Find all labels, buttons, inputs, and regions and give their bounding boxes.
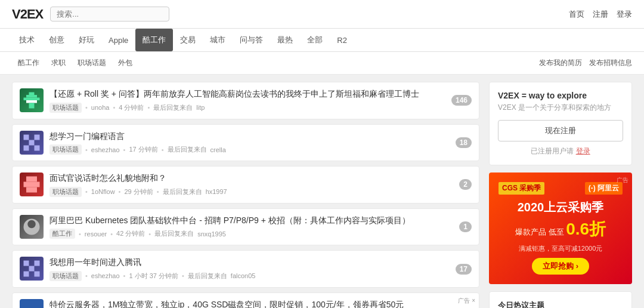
post-last-reply[interactable]: falcon05 <box>231 272 256 279</box>
post-job-btn[interactable]: 发布招聘信息 <box>589 58 632 68</box>
ad-header: CGS 采购季 (-) 阿里云 <box>499 182 623 195</box>
avatar <box>20 131 44 155</box>
svg-rect-11 <box>24 182 40 187</box>
svg-rect-2 <box>24 98 40 101</box>
post-title[interactable]: 面试官说话时怎么礼貌地附和？ <box>49 173 472 184</box>
tab-city[interactable]: 城市 <box>203 29 233 51</box>
header-right: 首页 注册 登录 <box>569 9 632 20</box>
post-last-reply[interactable]: hx1997 <box>206 188 227 195</box>
subtab-jobs[interactable]: 酷工作 <box>12 56 45 70</box>
sidebar-brand-subtitle: V2EX 是一个关于分享和探索的地方 <box>498 103 623 113</box>
header: V2EX 首页 注册 登录 <box>0 0 644 29</box>
sidebar: V2EX = way to explore V2EX 是一个关于分享和探索的地方… <box>489 82 632 308</box>
nav-register-link[interactable]: 注册 <box>593 9 608 20</box>
post-title[interactable]: 阿里巴巴 Kubernetes 团队基础软件中台 - 招聘 P7/P8/P9 +… <box>49 215 472 227</box>
post-resume-btn[interactable]: 发布我的简历 <box>539 58 582 68</box>
tab-apple[interactable]: Apple <box>101 30 135 51</box>
post-meta: 酷工作 • resouer • 42 分钟前 • 最后回复来自 snxq1995 <box>49 229 472 239</box>
post-time: 29 分钟前 <box>124 187 153 196</box>
pixel-avatar-icon <box>21 174 42 195</box>
post-meta: 职场话题 • eshezhao • 1 小时 37 分钟前 • 最后回复来自 f… <box>49 271 472 281</box>
tab-jobs[interactable]: 酷工作 <box>135 29 173 51</box>
pixel-avatar-icon <box>21 132 42 153</box>
nav-home-link[interactable]: 首页 <box>569 9 584 20</box>
post-author[interactable]: 1oNflow <box>91 188 115 195</box>
post-author[interactable]: resouer <box>85 230 107 238</box>
avatar <box>20 173 44 196</box>
post-author[interactable]: eshezhao <box>91 272 120 279</box>
sub-tabs-right: 发布我的简历 发布招聘信息 <box>539 58 632 68</box>
tab-r2[interactable]: R2 <box>330 30 354 51</box>
ad-headline: 爆款产品 低至 0.6折 <box>499 218 623 241</box>
post-item: 面试官说话时怎么礼貌地附和？ 职场话题 • 1oNflow • 29 分钟前 •… <box>12 166 479 204</box>
ad-year: 2020上云采购季 <box>499 199 623 215</box>
subtab-hiring[interactable]: 求职 <box>45 56 72 70</box>
post-item: 【还愿 + Roll 奖 + 问答】两年前放弃人工智能高薪岗位去读书的我终于申上… <box>12 82 479 119</box>
svg-rect-10 <box>26 177 37 182</box>
tab-fun[interactable]: 好玩 <box>72 29 101 51</box>
pixel-avatar-icon <box>21 90 42 111</box>
post-tag[interactable]: 酷工作 <box>49 229 75 239</box>
post-title[interactable]: 特价云服务器，1M独立带宽，独立ip，40G SSD磁盘空间，限时促销，100元… <box>49 299 472 308</box>
svg-rect-17 <box>29 266 35 272</box>
tab-qa[interactable]: 问与答 <box>233 29 270 51</box>
post-author[interactable]: eshezhao <box>91 146 120 153</box>
post-last-reply-label: 最后回复来自 <box>168 145 207 154</box>
svg-rect-9 <box>35 145 40 150</box>
sidebar-brand-card: V2EX = way to explore V2EX 是一个关于分享和探索的地方… <box>489 82 632 165</box>
ad-tag1: CGS 采购季 <box>499 182 544 195</box>
post-meta: 职场话题 • 1oNflow • 29 分钟前 • 最后回复来自 hx1997 <box>49 187 472 197</box>
reply-count-badge: 2 <box>459 179 472 190</box>
tab-hot[interactable]: 最热 <box>270 29 300 51</box>
post-item: 我想用一年时间进入腾讯 职场话题 • eshezhao • 1 小时 37 分钟… <box>12 250 479 288</box>
post-item: 阿里巴巴 Kubernetes 团队基础软件中台 - 招聘 P7/P8/P9 +… <box>12 208 479 246</box>
reply-count-badge: 146 <box>451 95 472 106</box>
ad-post-item: UCLOUD 特价云服务器，1M独立带宽，独立ip，40G SSD磁盘空间，限时… <box>12 292 479 308</box>
pixel-avatar-icon <box>21 258 42 279</box>
content-area: 【还愿 + Roll 奖 + 问答】两年前放弃人工智能高薪岗位去读书的我终于申上… <box>12 82 479 308</box>
post-last-reply-label: 最后回复来自 <box>163 187 202 196</box>
post-last-reply-label: 最后回复来自 <box>188 272 227 281</box>
post-title[interactable]: 【还愿 + Roll 奖 + 问答】两年前放弃人工智能高薪岗位去读书的我终于申上… <box>49 88 472 100</box>
post-body: 面试官说话时怎么礼貌地附和？ 职场话题 • 1oNflow • 29 分钟前 •… <box>49 173 472 197</box>
ad-sub: 满减钜惠，至高可减12000元 <box>499 244 623 253</box>
svg-rect-15 <box>24 261 29 266</box>
tab-all[interactable]: 全部 <box>300 29 330 51</box>
post-title[interactable]: 想学习一门编程语言 <box>49 131 472 143</box>
post-time: 17 分钟前 <box>129 145 157 154</box>
post-time: 4 分钟前 <box>119 103 144 112</box>
login-link[interactable]: 登录 <box>576 147 590 155</box>
svg-rect-6 <box>35 134 40 140</box>
ad-cta-button[interactable]: 立即抢购 › <box>532 258 589 275</box>
sub-tabs-left: 酷工作 求职 职场话题 外包 <box>12 56 138 70</box>
register-button[interactable]: 现在注册 <box>498 120 623 141</box>
post-last-reply[interactable]: litp <box>196 104 205 111</box>
header-left: V2EX <box>12 7 169 22</box>
nav-login-link[interactable]: 登录 <box>617 9 632 20</box>
subtab-workplace[interactable]: 职场话题 <box>72 56 112 70</box>
ad-price: 0.6折 <box>566 220 606 238</box>
post-title[interactable]: 我想用一年时间进入腾讯 <box>49 257 472 269</box>
tab-trade[interactable]: 交易 <box>173 29 203 51</box>
post-tag[interactable]: 职场话题 <box>49 187 82 197</box>
post-time: 42 分钟前 <box>116 229 145 238</box>
post-last-reply[interactable]: crella <box>210 146 226 153</box>
post-meta: 职场话题 • unoha • 4 分钟前 • 最后回复来自 litp <box>49 103 472 113</box>
sidebar-ad-card[interactable]: CGS 采购季 (-) 阿里云 2020上云采购季 爆款产品 低至 0.6折 满… <box>489 173 632 284</box>
post-author[interactable]: unoha <box>91 104 110 111</box>
tab-creative[interactable]: 创意 <box>42 29 72 51</box>
reply-count-badge: 1 <box>459 221 472 232</box>
subtab-freelance[interactable]: 外包 <box>112 56 138 70</box>
avatar <box>20 215 44 239</box>
post-tag[interactable]: 职场话题 <box>49 103 82 113</box>
logo: V2EX <box>12 7 43 22</box>
post-last-reply[interactable]: snxq1995 <box>197 230 226 238</box>
post-time: 1 小时 37 分钟前 <box>129 272 178 281</box>
post-tag[interactable]: 职场话题 <box>49 144 82 155</box>
post-tag[interactable]: 职场话题 <box>49 271 82 281</box>
reply-count-badge: 18 <box>456 137 472 148</box>
tab-tech[interactable]: 技术 <box>12 29 42 51</box>
login-prompt: 已注册用户请 登录 <box>498 146 623 156</box>
search-input[interactable] <box>50 7 169 21</box>
avatar: UCLOUD <box>20 299 44 308</box>
